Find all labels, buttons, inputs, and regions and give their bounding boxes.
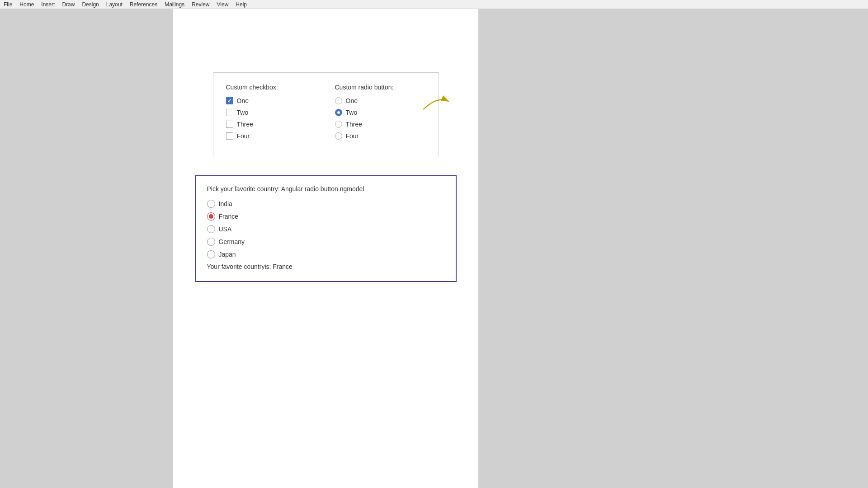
radio-item-one[interactable]: One bbox=[335, 97, 426, 104]
radio-column: Custom radio button: One bbox=[335, 84, 426, 144]
checkbox-label-one: One bbox=[237, 97, 249, 104]
center-content-area: Custom checkbox: One Two Three bbox=[173, 9, 478, 488]
arrow-annotation-icon bbox=[421, 94, 453, 112]
country-radio-germany[interactable] bbox=[207, 238, 215, 246]
menu-review[interactable]: Review bbox=[192, 1, 209, 8]
radio-item-three[interactable]: Three bbox=[335, 121, 426, 128]
checkbox-two[interactable] bbox=[226, 109, 233, 116]
radio-one[interactable] bbox=[335, 97, 342, 104]
radio-item-two[interactable]: Two bbox=[335, 109, 426, 116]
country-section: Pick your favorite country: Angular radi… bbox=[195, 175, 457, 282]
radio-section-title: Custom radio button: bbox=[335, 84, 426, 91]
country-item-japan[interactable]: Japan bbox=[207, 250, 445, 258]
menu-mailings[interactable]: Mailings bbox=[165, 1, 184, 8]
main-layout: Custom checkbox: One Two Three bbox=[0, 9, 868, 488]
country-item-usa[interactable]: USA bbox=[207, 225, 445, 233]
checkbox-label-four: Four bbox=[237, 132, 250, 140]
menu-design[interactable]: Design bbox=[82, 1, 99, 8]
radio-label-two: Two bbox=[346, 109, 358, 116]
menu-file[interactable]: File bbox=[4, 1, 12, 8]
checkbox-label-three: Three bbox=[237, 121, 254, 128]
country-label-usa: USA bbox=[219, 225, 232, 233]
country-label-germany: Germany bbox=[219, 238, 245, 245]
right-sidebar bbox=[478, 9, 868, 488]
country-radio-japan[interactable] bbox=[207, 250, 215, 258]
radio-label-one: One bbox=[346, 97, 358, 104]
radio-item-four[interactable]: Four bbox=[335, 132, 426, 140]
radio-two[interactable] bbox=[335, 109, 342, 116]
country-radio-france[interactable] bbox=[207, 212, 215, 221]
custom-controls-section: Custom checkbox: One Two Three bbox=[213, 72, 439, 157]
checkbox-item-one[interactable]: One bbox=[226, 97, 317, 104]
checkbox-four[interactable] bbox=[226, 132, 233, 140]
radio-three[interactable] bbox=[335, 121, 342, 128]
checkbox-item-four[interactable]: Four bbox=[226, 132, 317, 140]
country-radio-usa[interactable] bbox=[207, 225, 215, 233]
menu-view[interactable]: View bbox=[217, 1, 229, 8]
checkbox-item-two[interactable]: Two bbox=[226, 109, 317, 116]
checkbox-three[interactable] bbox=[226, 121, 233, 128]
country-item-france[interactable]: France bbox=[207, 212, 445, 221]
country-label-india: India bbox=[219, 200, 232, 207]
checkbox-label-two: Two bbox=[237, 109, 249, 116]
radio-label-four: Four bbox=[346, 132, 359, 140]
checkbox-column: Custom checkbox: One Two Three bbox=[226, 84, 317, 144]
menu-references[interactable]: References bbox=[130, 1, 157, 8]
country-radio-india[interactable] bbox=[207, 200, 215, 208]
checkbox-one[interactable] bbox=[226, 97, 233, 104]
radio-label-three: Three bbox=[346, 121, 363, 128]
country-item-india[interactable]: India bbox=[207, 200, 445, 208]
menu-layout[interactable]: Layout bbox=[106, 1, 123, 8]
favorite-country-display: Your favorite countryis: France bbox=[207, 263, 445, 270]
country-label-japan: Japan bbox=[219, 251, 236, 258]
white-page: Custom checkbox: One Two Three bbox=[173, 9, 478, 488]
checkbox-section-title: Custom checkbox: bbox=[226, 84, 317, 91]
controls-row: Custom checkbox: One Two Three bbox=[226, 84, 426, 144]
menu-insert[interactable]: Insert bbox=[41, 1, 55, 8]
country-section-title: Pick your favorite country: Angular radi… bbox=[207, 185, 445, 192]
country-item-germany[interactable]: Germany bbox=[207, 238, 445, 246]
top-menu-bar: File Home Insert Draw Design Layout Refe… bbox=[0, 0, 868, 9]
menu-draw[interactable]: Draw bbox=[62, 1, 75, 8]
country-label-france: France bbox=[219, 213, 239, 220]
menu-home[interactable]: Home bbox=[19, 1, 34, 8]
checkbox-item-three[interactable]: Three bbox=[226, 121, 317, 128]
menu-help[interactable]: Help bbox=[236, 1, 247, 8]
left-sidebar bbox=[0, 9, 173, 488]
radio-four[interactable] bbox=[335, 132, 342, 140]
